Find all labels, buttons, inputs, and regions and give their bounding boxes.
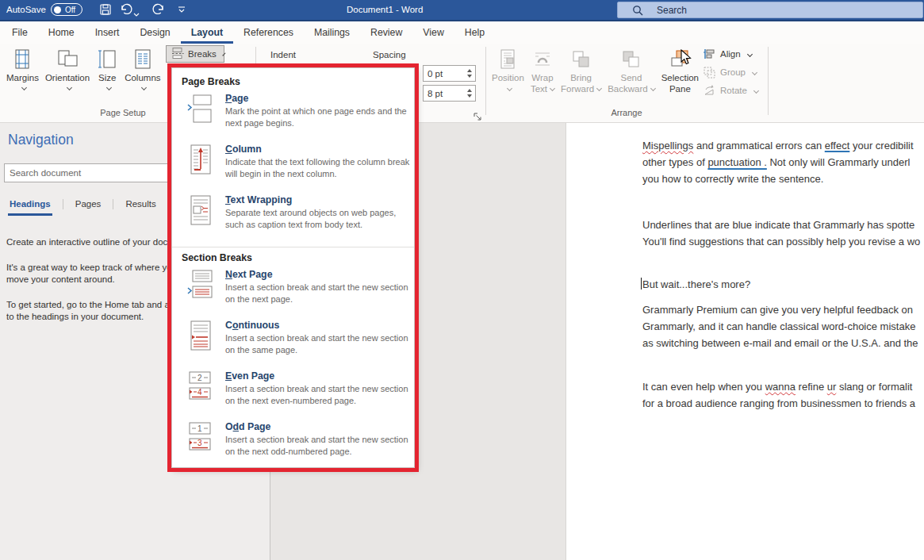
svg-text:1: 1 (197, 424, 202, 433)
breaks-menu-item-column[interactable]: ColumnIndicate that the text following t… (172, 142, 414, 193)
size-icon (96, 47, 118, 72)
bring-forward-label-line1: Bring (570, 72, 592, 83)
doc-text: refine (796, 381, 827, 393)
toggle-knob-icon (54, 6, 61, 13)
spacing-after-value: 8 pt (427, 89, 443, 98)
page-text: PageMark the point at which one page end… (225, 91, 414, 129)
title-bar: AutoSave Off Document1 - Word Search (0, 0, 924, 21)
paragraph-dialog-launcher[interactable] (473, 110, 482, 120)
odd-page-icon: 13 (186, 421, 213, 456)
size-label: Size (98, 72, 116, 83)
bring-forward-label-line2: Forward (561, 83, 601, 94)
breaks-button[interactable]: Breaks (166, 45, 224, 63)
breaks-menu-item-page[interactable]: PageMark the point at which one page end… (172, 91, 414, 142)
margins-icon (12, 47, 33, 72)
nav-tab-results[interactable]: Results (124, 196, 157, 216)
even-page-description: Insert a section break and start the new… (225, 383, 414, 407)
spacing-after-spinner[interactable]: 8 pt (423, 85, 476, 102)
doc-text: other types of (642, 156, 707, 168)
doc-text: It can even help when you (642, 381, 765, 393)
tab-design[interactable]: Design (129, 27, 180, 44)
margins-button[interactable]: Margins (3, 45, 42, 105)
rotate-button: Rotate (703, 84, 758, 97)
nav-tab-headings[interactable]: Headings (8, 196, 52, 216)
orientation-button[interactable]: Orientation (42, 45, 93, 105)
spin-up-icon[interactable] (467, 89, 472, 92)
continuous-description: Insert a section break and start the new… (225, 332, 414, 356)
titlebar-search[interactable]: Search (617, 2, 923, 18)
menu-section-header-page-breaks: Page Breaks (172, 73, 414, 91)
save-icon (99, 3, 112, 16)
columns-button[interactable]: Columns (121, 45, 163, 105)
chevron-down-icon (222, 52, 225, 56)
doc-line: But wait...there's more? (642, 276, 750, 293)
next-page-description: Insert a section break and start the new… (225, 282, 414, 305)
doc-text: for a broad audience ranging from busine… (642, 397, 915, 409)
doc-paragraph[interactable]: Grammarly Premium can give you very help… (642, 301, 918, 351)
doc-paragraph[interactable]: Underlines that are blue indicate that G… (642, 217, 920, 250)
breaks-menu-item-next-page[interactable]: Next PageInsert a section break and star… (172, 267, 414, 318)
tab-insert[interactable]: Insert (85, 27, 130, 44)
indent-label: Indent (270, 50, 296, 59)
spacing-before-spinner[interactable]: 0 pt (423, 65, 476, 82)
rotate-icon (703, 84, 716, 97)
text-wrap-icon (186, 194, 213, 229)
doc-paragraph[interactable]: It can even help when you wanna refine u… (642, 378, 915, 412)
wrap-text-button: WrapText (527, 45, 558, 105)
misspelled-word: ur (827, 381, 837, 393)
tab-file[interactable]: File (2, 27, 38, 44)
nav-tab-pages[interactable]: Pages (74, 196, 103, 216)
orientation-icon (56, 47, 79, 72)
page-setup-group-label: Page Setup (87, 108, 159, 117)
tab-review[interactable]: Review (360, 27, 412, 44)
navigation-tabs: HeadingsPagesResults (8, 196, 158, 216)
chevron-down-icon (752, 69, 757, 75)
selection-pane-button[interactable]: SelectionPane (658, 45, 702, 105)
doc-paragraph[interactable]: But wait...there's more? (642, 276, 750, 293)
underlined-text: effect (825, 140, 850, 152)
doc-paragraph[interactable]: Mispellings and grammatical errors can e… (642, 137, 914, 187)
breaks-menu-item-text-wrapping[interactable]: Text WrappingSeparate text around object… (172, 193, 414, 244)
nav-tab-separator (63, 199, 63, 209)
undo-button[interactable] (119, 3, 133, 17)
breaks-menu-item-odd-page[interactable]: 13Odd PageInsert a section break and sta… (172, 420, 414, 468)
chevron-down-icon (753, 87, 759, 93)
underlined-text: punctuation . (707, 156, 766, 168)
text-wrapping-title: Text Wrapping (225, 194, 414, 205)
spin-down-icon[interactable] (467, 75, 472, 78)
size-button[interactable]: Size (93, 45, 121, 105)
redo-button[interactable] (151, 3, 165, 17)
tab-references[interactable]: References (233, 27, 304, 44)
tab-layout[interactable]: Layout (181, 27, 233, 44)
spin-up-icon[interactable] (467, 69, 472, 72)
customize-qat-icon (176, 4, 187, 15)
spinner-arrows[interactable] (467, 69, 472, 78)
undo-dropdown-chevron[interactable] (133, 6, 148, 21)
continuous-title: Continuous (225, 320, 414, 331)
align-button[interactable]: Align (703, 48, 758, 60)
spin-down-icon[interactable] (467, 94, 472, 98)
autosave-toggle[interactable]: AutoSave Off (6, 3, 82, 16)
spacing-before-value: 0 pt (427, 69, 443, 79)
customize-qat-button[interactable] (174, 3, 189, 17)
tab-mailings[interactable]: Mailings (304, 27, 360, 44)
doc-line: other types of punctuation . Not only wi… (642, 154, 914, 171)
tab-help[interactable]: Help (454, 27, 495, 44)
document-page[interactable]: Mispellings and grammatical errors can e… (566, 123, 924, 560)
position-label-line1: Position (492, 72, 524, 83)
save-button[interactable] (98, 3, 113, 17)
spinner-arrows[interactable] (467, 89, 472, 98)
breaks-menu-item-even-page[interactable]: 24Even PageInsert a section break and st… (172, 369, 414, 420)
ribbon: MarginsOrientationSizeColumns Breaks Ind… (0, 44, 924, 123)
tab-view[interactable]: View (412, 27, 454, 44)
nav-tab-separator (113, 199, 113, 209)
tab-home[interactable]: Home (38, 27, 85, 44)
doc-line: It can even help when you wanna refine u… (642, 378, 915, 395)
misspelled-word: wanna (765, 381, 796, 393)
doc-text: You'll find suggestions that can possibl… (642, 236, 920, 247)
doc-line: Grammarly, and it can handle classical w… (642, 318, 918, 335)
breaks-menu-item-continuous[interactable]: ContinuousInsert a section break and sta… (172, 318, 414, 369)
odd-page-description: Insert a section break and start the new… (225, 434, 414, 458)
next-page-title: Next Page (225, 269, 414, 280)
columns-label: Columns (125, 72, 160, 83)
